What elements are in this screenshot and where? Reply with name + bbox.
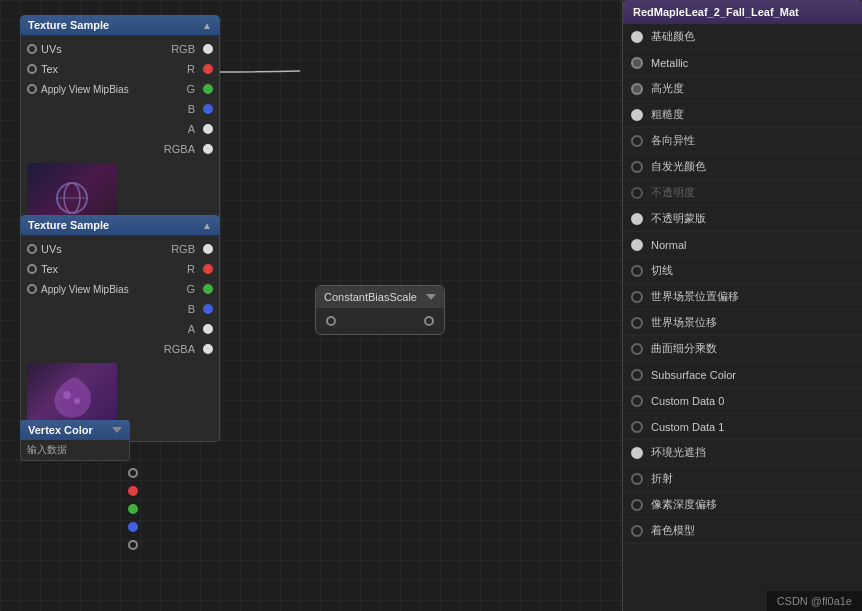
mat-pin-tangent[interactable] bbox=[631, 265, 643, 277]
mat-row-normal[interactable]: Normal bbox=[623, 232, 862, 258]
texture-node-1-a-pin[interactable] bbox=[203, 124, 213, 134]
texture-node-1-header[interactable]: Texture Sample ▲ bbox=[20, 15, 220, 35]
mat-pin-customdata0[interactable] bbox=[631, 395, 643, 407]
cbs-input-pin[interactable] bbox=[326, 316, 336, 326]
mat-pin-normal[interactable] bbox=[631, 239, 643, 251]
mat-pin-worldposoffset[interactable] bbox=[631, 291, 643, 303]
mat-label-pixeldepth: 像素深度偏移 bbox=[651, 497, 717, 512]
mat-label-basiccolor: 基础颜色 bbox=[651, 29, 695, 44]
texture-node-2-g-pin[interactable] bbox=[203, 284, 213, 294]
texture-node-1-mip-row: Apply View MipBias G bbox=[21, 79, 219, 99]
mat-row-specular[interactable]: 高光度 bbox=[623, 76, 862, 102]
texture-node-2-tex-in-pin[interactable] bbox=[27, 264, 37, 274]
vertex-main-out-pin[interactable] bbox=[128, 468, 138, 478]
texture-node-2-mip-pin[interactable] bbox=[27, 284, 37, 294]
mat-row-customdata0[interactable]: Custom Data 0 bbox=[623, 388, 862, 414]
mat-row-emissive[interactable]: 自发光颜色 bbox=[623, 154, 862, 180]
cbs-chevron[interactable] bbox=[426, 294, 436, 300]
mat-pin-anisotropy[interactable] bbox=[631, 135, 643, 147]
texture-node-2-r-pin[interactable] bbox=[203, 264, 213, 274]
texture-node-1-b-pin[interactable] bbox=[203, 104, 213, 114]
texture-node-2-b-pin[interactable] bbox=[203, 304, 213, 314]
cbs-output-pin[interactable] bbox=[424, 316, 434, 326]
mat-label-tessfactor: 曲面细分乘数 bbox=[651, 341, 717, 356]
vertex-b-out-pin[interactable] bbox=[128, 522, 138, 532]
mat-pin-opacitymask[interactable] bbox=[631, 213, 643, 225]
mat-label-roughness: 粗糙度 bbox=[651, 107, 684, 122]
svg-point-3 bbox=[63, 391, 71, 399]
vertex-a-out-pin[interactable] bbox=[128, 540, 138, 550]
texture-node-2-title: Texture Sample bbox=[28, 219, 109, 231]
vertex-color-header[interactable]: Vertex Color bbox=[20, 420, 130, 440]
mat-label-customdata0: Custom Data 0 bbox=[651, 395, 724, 407]
mat-pin-pixeldepth[interactable] bbox=[631, 499, 643, 511]
mat-row-opacitymask[interactable]: 不透明蒙版 bbox=[623, 206, 862, 232]
texture-node-2-tex-row: Tex R bbox=[21, 259, 219, 279]
material-panel: RedMapleLeaf_2_Fall_Leaf_Mat 基础颜色 Metall… bbox=[622, 0, 862, 611]
mat-row-metallic[interactable]: Metallic bbox=[623, 50, 862, 76]
mat-row-basiccolor[interactable]: 基础颜色 bbox=[623, 24, 862, 50]
texture-node-1-mip-pin[interactable] bbox=[27, 84, 37, 94]
mat-pin-metallic[interactable] bbox=[631, 57, 643, 69]
texture-node-2-collapse[interactable]: ▲ bbox=[202, 220, 212, 231]
mat-row-customdata1[interactable]: Custom Data 1 bbox=[623, 414, 862, 440]
mat-label-opacity: 不透明度 bbox=[651, 185, 695, 200]
texture-node-2-rgb-pin[interactable] bbox=[203, 244, 213, 254]
vertex-color-chevron[interactable] bbox=[112, 427, 122, 433]
mat-pin-emissive[interactable] bbox=[631, 161, 643, 173]
vertex-r-pin-row bbox=[128, 486, 138, 496]
vertex-r-out-pin[interactable] bbox=[128, 486, 138, 496]
mat-row-worlddisplace[interactable]: 世界场景位移 bbox=[623, 310, 862, 336]
mat-row-ao[interactable]: 环境光遮挡 bbox=[623, 440, 862, 466]
texture-node-1-collapse[interactable]: ▲ bbox=[202, 20, 212, 31]
texture-node-1-uvs-row: UVs RGB bbox=[21, 39, 219, 59]
mat-pin-customdata1[interactable] bbox=[631, 421, 643, 433]
mat-row-refraction[interactable]: 折射 bbox=[623, 466, 862, 492]
vertex-color-body: 输入数据 bbox=[20, 440, 130, 461]
mat-pin-roughness[interactable] bbox=[631, 109, 643, 121]
texture-node-1-g-pin[interactable] bbox=[203, 84, 213, 94]
mat-pin-specular[interactable] bbox=[631, 83, 643, 95]
vertex-g-out-pin[interactable] bbox=[128, 504, 138, 514]
mat-pin-worlddisplace[interactable] bbox=[631, 317, 643, 329]
texture-node-2-a-row: A bbox=[21, 319, 219, 339]
texture-node-2-uvs-row: UVs RGB bbox=[21, 239, 219, 259]
mat-row-tessfactor[interactable]: 曲面细分乘数 bbox=[623, 336, 862, 362]
mat-row-roughness[interactable]: 粗糙度 bbox=[623, 102, 862, 128]
mat-pin-refraction[interactable] bbox=[631, 473, 643, 485]
mat-row-anisotropy[interactable]: 各向异性 bbox=[623, 128, 862, 154]
mat-row-subsurface[interactable]: Subsurface Color bbox=[623, 362, 862, 388]
material-panel-title: RedMapleLeaf_2_Fall_Leaf_Mat bbox=[633, 6, 799, 18]
texture-node-2-rgba-pin[interactable] bbox=[203, 344, 213, 354]
mat-pin-tessfactor[interactable] bbox=[631, 343, 643, 355]
texture-node-1-uvs-pin[interactable] bbox=[27, 44, 37, 54]
cbs-header[interactable]: ConstantBiasScale bbox=[316, 286, 444, 308]
mat-row-shademodel[interactable]: 着色模型 bbox=[623, 518, 862, 544]
mat-row-opacity[interactable]: 不透明度 bbox=[623, 180, 862, 206]
texture-node-1-rgba-pin[interactable] bbox=[203, 144, 213, 154]
texture-node-2-header[interactable]: Texture Sample ▲ bbox=[20, 215, 220, 235]
vertex-b-pin-row bbox=[128, 522, 138, 532]
texture-node-1-tex-row: Tex R bbox=[21, 59, 219, 79]
texture-node-2-a-pin[interactable] bbox=[203, 324, 213, 334]
mat-row-pixeldepth[interactable]: 像素深度偏移 bbox=[623, 492, 862, 518]
mat-row-tangent[interactable]: 切线 bbox=[623, 258, 862, 284]
mat-pin-opacity[interactable] bbox=[631, 187, 643, 199]
texture-node-1-r-pin[interactable] bbox=[203, 64, 213, 74]
mat-label-specular: 高光度 bbox=[651, 81, 684, 96]
texture-node-2-uvs-pin[interactable] bbox=[27, 244, 37, 254]
mat-label-tangent: 切线 bbox=[651, 263, 673, 278]
mat-label-emissive: 自发光颜色 bbox=[651, 159, 706, 174]
texture-node-1-rgb-pin[interactable] bbox=[203, 44, 213, 54]
vertex-g-pin-row bbox=[128, 504, 138, 514]
mat-pin-ao[interactable] bbox=[631, 447, 643, 459]
mat-pin-basiccolor[interactable] bbox=[631, 31, 643, 43]
mat-pin-shademodel[interactable] bbox=[631, 525, 643, 537]
mat-pin-subsurface[interactable] bbox=[631, 369, 643, 381]
mat-label-metallic: Metallic bbox=[651, 57, 688, 69]
mat-label-worldposoffset: 世界场景位置偏移 bbox=[651, 289, 739, 304]
mat-label-ao: 环境光遮挡 bbox=[651, 445, 706, 460]
mat-label-opacitymask: 不透明蒙版 bbox=[651, 211, 706, 226]
texture-node-1-tex-in-pin[interactable] bbox=[27, 64, 37, 74]
mat-row-worldposoffset[interactable]: 世界场景位置偏移 bbox=[623, 284, 862, 310]
